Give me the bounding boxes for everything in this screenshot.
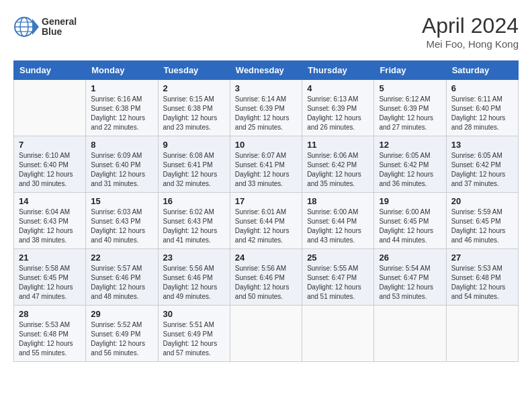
- day-number: 5: [379, 83, 441, 93]
- day-number: 2: [163, 83, 225, 93]
- day-number: 23: [163, 253, 225, 263]
- calendar-header-thursday: Thursday: [302, 61, 374, 80]
- svg-marker-5: [32, 19, 39, 35]
- day-number: 26: [379, 253, 441, 263]
- table-row: 5Sunrise: 6:12 AM Sunset: 6:39 PM Daylig…: [374, 80, 446, 136]
- logo-line2: Blue: [42, 27, 77, 37]
- table-row: 26Sunrise: 5:54 AM Sunset: 6:47 PM Dayli…: [374, 249, 446, 306]
- day-number: 14: [19, 196, 81, 206]
- day-number: 12: [379, 140, 441, 150]
- day-number: 27: [451, 253, 513, 263]
- day-number: 11: [307, 140, 369, 150]
- table-row: [230, 306, 302, 362]
- day-number: 28: [19, 309, 81, 319]
- day-info: Sunrise: 6:14 AM Sunset: 6:39 PM Dayligh…: [235, 95, 297, 132]
- table-row: 13Sunrise: 6:05 AM Sunset: 6:42 PM Dayli…: [446, 136, 518, 193]
- page-title: April 2024: [422, 13, 519, 38]
- day-number: 3: [235, 83, 297, 93]
- day-number: 15: [91, 196, 152, 206]
- table-row: 29Sunrise: 5:52 AM Sunset: 6:49 PM Dayli…: [86, 306, 158, 362]
- day-number: 19: [379, 196, 441, 206]
- table-row: [302, 306, 374, 362]
- day-number: 13: [451, 140, 513, 150]
- day-info: Sunrise: 6:06 AM Sunset: 6:42 PM Dayligh…: [307, 151, 369, 189]
- day-number: 17: [235, 196, 297, 206]
- day-number: 6: [451, 83, 513, 93]
- calendar-header-sunday: Sunday: [14, 61, 86, 80]
- calendar-header-monday: Monday: [86, 61, 158, 80]
- day-info: Sunrise: 5:56 AM Sunset: 6:46 PM Dayligh…: [235, 264, 297, 302]
- logo-line1: General: [42, 17, 77, 27]
- calendar-header-tuesday: Tuesday: [158, 61, 230, 80]
- calendar-week-3: 14Sunrise: 6:04 AM Sunset: 6:43 PM Dayli…: [14, 193, 519, 249]
- day-info: Sunrise: 6:04 AM Sunset: 6:43 PM Dayligh…: [19, 208, 81, 245]
- day-info: Sunrise: 6:07 AM Sunset: 6:41 PM Dayligh…: [235, 151, 297, 189]
- calendar-week-4: 21Sunrise: 5:58 AM Sunset: 6:45 PM Dayli…: [14, 249, 519, 306]
- day-info: Sunrise: 5:56 AM Sunset: 6:46 PM Dayligh…: [163, 264, 225, 302]
- day-info: Sunrise: 6:01 AM Sunset: 6:44 PM Dayligh…: [235, 208, 297, 245]
- table-row: 11Sunrise: 6:06 AM Sunset: 6:42 PM Dayli…: [302, 136, 374, 193]
- day-info: Sunrise: 5:52 AM Sunset: 6:49 PM Dayligh…: [91, 320, 152, 358]
- day-number: 20: [451, 196, 513, 206]
- table-row: 25Sunrise: 5:55 AM Sunset: 6:47 PM Dayli…: [302, 249, 374, 306]
- day-info: Sunrise: 6:00 AM Sunset: 6:45 PM Dayligh…: [379, 208, 441, 245]
- day-info: Sunrise: 6:02 AM Sunset: 6:43 PM Dayligh…: [163, 208, 225, 245]
- day-info: Sunrise: 5:51 AM Sunset: 6:49 PM Dayligh…: [163, 320, 225, 358]
- table-row: 19Sunrise: 6:00 AM Sunset: 6:45 PM Dayli…: [374, 193, 446, 249]
- table-row: 20Sunrise: 5:59 AM Sunset: 6:45 PM Dayli…: [446, 193, 518, 249]
- day-info: Sunrise: 5:57 AM Sunset: 6:46 PM Dayligh…: [91, 264, 152, 302]
- day-info: Sunrise: 6:00 AM Sunset: 6:44 PM Dayligh…: [307, 208, 369, 245]
- page: General Blue April 2024 Mei Foo, Hong Ko…: [0, 0, 532, 369]
- table-row: 6Sunrise: 6:11 AM Sunset: 6:40 PM Daylig…: [446, 80, 518, 136]
- table-row: [14, 80, 86, 136]
- day-info: Sunrise: 6:09 AM Sunset: 6:40 PM Dayligh…: [91, 151, 152, 189]
- table-row: 30Sunrise: 5:51 AM Sunset: 6:49 PM Dayli…: [158, 306, 230, 362]
- calendar-header-wednesday: Wednesday: [230, 61, 302, 80]
- calendar-header-saturday: Saturday: [446, 61, 518, 80]
- calendar-week-5: 28Sunrise: 5:53 AM Sunset: 6:48 PM Dayli…: [14, 306, 519, 362]
- calendar-week-1: 1Sunrise: 6:16 AM Sunset: 6:38 PM Daylig…: [14, 80, 519, 136]
- day-number: 8: [91, 140, 152, 150]
- table-row: 22Sunrise: 5:57 AM Sunset: 6:46 PM Dayli…: [86, 249, 158, 306]
- day-info: Sunrise: 6:16 AM Sunset: 6:38 PM Dayligh…: [91, 95, 152, 132]
- day-info: Sunrise: 5:54 AM Sunset: 6:47 PM Dayligh…: [379, 264, 441, 302]
- day-number: 30: [163, 309, 225, 319]
- day-info: Sunrise: 6:08 AM Sunset: 6:41 PM Dayligh…: [163, 151, 225, 189]
- table-row: 21Sunrise: 5:58 AM Sunset: 6:45 PM Dayli…: [14, 249, 86, 306]
- header: General Blue April 2024 Mei Foo, Hong Ko…: [13, 13, 519, 50]
- day-number: 21: [19, 253, 81, 263]
- table-row: 17Sunrise: 6:01 AM Sunset: 6:44 PM Dayli…: [230, 193, 302, 249]
- table-row: 7Sunrise: 6:10 AM Sunset: 6:40 PM Daylig…: [14, 136, 86, 193]
- day-number: 18: [307, 196, 369, 206]
- day-info: Sunrise: 6:13 AM Sunset: 6:39 PM Dayligh…: [307, 95, 369, 132]
- table-row: 14Sunrise: 6:04 AM Sunset: 6:43 PM Dayli…: [14, 193, 86, 249]
- day-number: 29: [91, 309, 152, 319]
- page-subtitle: Mei Foo, Hong Kong: [422, 38, 519, 50]
- table-row: 18Sunrise: 6:00 AM Sunset: 6:44 PM Dayli…: [302, 193, 374, 249]
- day-number: 1: [91, 83, 152, 93]
- day-number: 9: [163, 140, 225, 150]
- day-info: Sunrise: 5:55 AM Sunset: 6:47 PM Dayligh…: [307, 264, 369, 302]
- calendar-week-2: 7Sunrise: 6:10 AM Sunset: 6:40 PM Daylig…: [14, 136, 519, 193]
- table-row: 24Sunrise: 5:56 AM Sunset: 6:46 PM Dayli…: [230, 249, 302, 306]
- table-row: 16Sunrise: 6:02 AM Sunset: 6:43 PM Dayli…: [158, 193, 230, 249]
- table-row: 27Sunrise: 5:53 AM Sunset: 6:48 PM Dayli…: [446, 249, 518, 306]
- logo: General Blue: [13, 13, 77, 40]
- day-info: Sunrise: 5:59 AM Sunset: 6:45 PM Dayligh…: [451, 208, 513, 245]
- day-info: Sunrise: 6:05 AM Sunset: 6:42 PM Dayligh…: [379, 151, 441, 189]
- day-info: Sunrise: 5:53 AM Sunset: 6:48 PM Dayligh…: [451, 264, 513, 302]
- table-row: 28Sunrise: 5:53 AM Sunset: 6:48 PM Dayli…: [14, 306, 86, 362]
- day-number: 24: [235, 253, 297, 263]
- day-number: 22: [91, 253, 152, 263]
- day-info: Sunrise: 6:10 AM Sunset: 6:40 PM Dayligh…: [19, 151, 81, 189]
- table-row: 2Sunrise: 6:15 AM Sunset: 6:38 PM Daylig…: [158, 80, 230, 136]
- day-number: 7: [19, 140, 81, 150]
- table-row: [446, 306, 518, 362]
- table-row: 3Sunrise: 6:14 AM Sunset: 6:39 PM Daylig…: [230, 80, 302, 136]
- day-info: Sunrise: 6:15 AM Sunset: 6:38 PM Dayligh…: [163, 95, 225, 132]
- table-row: 12Sunrise: 6:05 AM Sunset: 6:42 PM Dayli…: [374, 136, 446, 193]
- calendar-header-friday: Friday: [374, 61, 446, 80]
- day-info: Sunrise: 6:11 AM Sunset: 6:40 PM Dayligh…: [451, 95, 513, 132]
- day-info: Sunrise: 6:03 AM Sunset: 6:43 PM Dayligh…: [91, 208, 152, 245]
- title-block: April 2024 Mei Foo, Hong Kong: [422, 13, 519, 50]
